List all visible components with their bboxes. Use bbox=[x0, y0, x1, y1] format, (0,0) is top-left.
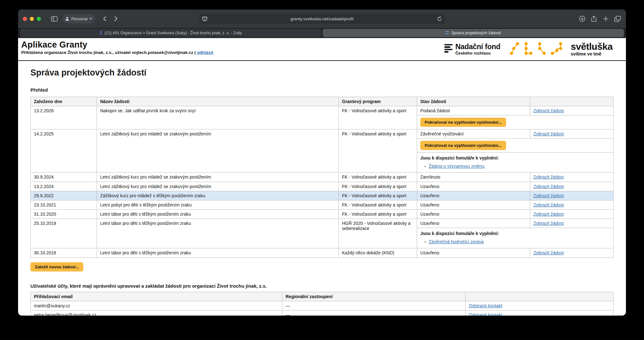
cell-actions: Zobrazit žádost bbox=[530, 173, 614, 182]
view-request-link[interactable]: Zobrazit žádost bbox=[533, 108, 564, 113]
sidebar-toggle-button[interactable] bbox=[48, 14, 60, 23]
overview-header-row: Založeno dne Název žádosti Grantový prog… bbox=[31, 97, 614, 106]
minimize-window-button[interactable] bbox=[30, 17, 34, 21]
site-favicon bbox=[446, 31, 449, 35]
table-row: 30.9.2024 Letní zážitkový kurz pro mláde… bbox=[31, 173, 614, 182]
svetluska-logo: světluška svítíme ve tmě bbox=[509, 41, 613, 57]
view-request-link[interactable]: Zobrazit žádost bbox=[533, 131, 564, 136]
browser-toolbar: Personal granty.svetluska.net/za bbox=[18, 10, 626, 28]
table-row: 30.10.2018 Letní tábor pro děti s těžkým… bbox=[31, 248, 614, 258]
accounts-table: Přihlašovací email Regionální zastoupení… bbox=[30, 292, 614, 316]
profile-menu[interactable]: Personal bbox=[62, 14, 95, 23]
cell-name: Zážitkový kurz pro mládež s těžkým posti… bbox=[97, 191, 339, 200]
zoom-window-button[interactable] bbox=[37, 17, 41, 21]
cell-program: HGŘ 2020 - Volnočasové aktivity a sebere… bbox=[339, 219, 417, 248]
new-tab-button[interactable] bbox=[602, 14, 610, 23]
column-header-email: Přihlašovací email bbox=[31, 292, 282, 301]
cell-actions: Zobrazit žádost bbox=[530, 209, 614, 219]
main-content: Správa projektových žádostí Přehled Zalo… bbox=[18, 61, 626, 316]
cell-actions: Odstranit kontakt bbox=[466, 301, 614, 311]
cell-name: Letní zážitkový kurz pro mládež se zrako… bbox=[97, 173, 339, 182]
cell-email: martin@sukany.cz bbox=[31, 301, 282, 311]
cell-actions: Zobrazit žádost bbox=[530, 182, 614, 191]
tab-sprava-zadosti[interactable]: Správa projektových žádostí bbox=[323, 29, 624, 37]
forms-available-label: Jsou k dispozici fomuláře k vyplnění: bbox=[420, 155, 610, 160]
cell-program: FK - Volnočasové aktivity a sport bbox=[339, 129, 417, 173]
share-button[interactable] bbox=[590, 14, 598, 23]
cell-email: petra.benedikova@zivotjinak.cz bbox=[31, 311, 282, 316]
cell-continue: Pokračovat na vyplňování vyúčtování... bbox=[417, 139, 614, 153]
cell-status: Uzavřeno bbox=[417, 248, 530, 258]
cell-continue: Pokračovat na vyplňování vyúčtování... bbox=[417, 115, 614, 129]
view-request-link[interactable]: Zobrazit žádost bbox=[533, 202, 564, 207]
view-request-link[interactable]: Zobrazit žádost bbox=[533, 193, 564, 198]
app-title: Aplikace Granty bbox=[21, 40, 213, 50]
url-text: granty.svetluska.net/zadatel/profil bbox=[199, 16, 445, 21]
column-header-program: Grantový program bbox=[339, 97, 417, 106]
czech-radio-bars-icon bbox=[444, 43, 453, 53]
cell-program: FK - Volnočasové aktivity a sport bbox=[339, 182, 417, 191]
chevron-left-icon bbox=[103, 16, 106, 21]
chevron-right-icon bbox=[114, 16, 118, 21]
cell-status: Uzavřeno bbox=[417, 219, 530, 228]
back-button[interactable] bbox=[99, 14, 110, 23]
view-request-link[interactable]: Zobrazit žádost bbox=[533, 221, 564, 226]
forward-button[interactable] bbox=[111, 14, 121, 23]
cell-actions: Zobrazit žádost bbox=[530, 219, 614, 228]
login-info-text: Přihlášená organizace Život trochu jinak… bbox=[21, 50, 196, 55]
cell-actions: Zobrazit žádost bbox=[530, 106, 614, 115]
reload-button[interactable] bbox=[437, 16, 442, 23]
view-request-link[interactable]: Zobrazit žádost bbox=[533, 212, 564, 217]
remove-contact-link[interactable]: Odstranit kontakt bbox=[469, 312, 502, 316]
new-request-button[interactable]: Založit novou žádost... bbox=[30, 262, 83, 271]
table-row: martin@sukany.cz — Odstranit kontakt bbox=[31, 301, 614, 311]
cell-date: 30.10.2018 bbox=[31, 248, 97, 258]
downloads-button[interactable] bbox=[578, 14, 586, 23]
login-info: Přihlášená organizace Život trochu jinak… bbox=[21, 50, 213, 55]
nadacni-fond-logo: Nadační fond Českého rozhlasu bbox=[444, 43, 500, 56]
cell-name: Nakopni se: Jak udělat prvník krok za sv… bbox=[97, 106, 339, 129]
logout-link[interactable]: odhlásit bbox=[197, 50, 213, 55]
accounts-header-row: Přihlašovací email Regionální zastoupení bbox=[31, 292, 614, 301]
tab-title: (21) #01 Organizacni > Grant Svetluska (… bbox=[105, 31, 242, 35]
cell-status: Uzavřeno bbox=[417, 209, 530, 219]
close-window-button[interactable] bbox=[23, 17, 27, 21]
continue-billing-button[interactable]: Pokračovat na vyplňování vyúčtování... bbox=[420, 118, 506, 127]
cell-date: 30.9.2024 bbox=[31, 173, 97, 182]
cell-date: 13.2.2026 bbox=[31, 106, 97, 129]
table-row: 31.10.2020 Letní tábor pro děti s těžkým… bbox=[31, 209, 614, 219]
cell-program: FK - Volnočasové aktivity a sport bbox=[339, 191, 417, 200]
tab-bar: Z (21) #01 Organizacni > Grant Svetluska… bbox=[18, 28, 626, 38]
cell-date: 25.10.2019 bbox=[31, 219, 97, 248]
page-title: Správa projektových žádostí bbox=[30, 68, 614, 78]
continue-billing-button[interactable]: Pokračovat na vyplňování vyúčtování... bbox=[420, 141, 506, 150]
profile-label: Personal bbox=[71, 16, 87, 21]
site-header: Aplikace Granty Přihlášená organizace Ži… bbox=[18, 38, 626, 61]
view-request-link[interactable]: Zobrazit žádost bbox=[533, 174, 564, 180]
desktop: Personal granty.svetluska.net/za bbox=[0, 0, 644, 340]
tab-zulip[interactable]: Z (21) #01 Organizacni > Grant Svetluska… bbox=[20, 29, 321, 37]
cell-region: — bbox=[282, 301, 466, 311]
cell-name: Letní zážitkový kurz pro mládež se zrako… bbox=[97, 129, 339, 173]
cell-status: Uzavřeno bbox=[417, 200, 530, 209]
remove-contact-link[interactable]: Odstranit kontakt bbox=[469, 303, 502, 308]
cell-region: — bbox=[282, 311, 466, 316]
accounts-heading: Uživatelské účty, které mají oprávnění u… bbox=[30, 283, 614, 289]
browser-window: Personal granty.svetluska.net/za bbox=[18, 10, 626, 316]
cell-program: FK - Volnočasové aktivity a sport bbox=[339, 106, 417, 129]
column-header-status: Stav žádosti bbox=[417, 97, 530, 106]
form-link[interactable]: Žádost o významnou změnu bbox=[429, 164, 485, 169]
cell-forms: Jsou k dispozici fomuláře k vyplnění: Žá… bbox=[417, 153, 614, 173]
cell-status: Uzavřeno bbox=[417, 191, 530, 200]
form-link[interactable]: Závěrečná hodnotící zpráva bbox=[429, 239, 484, 244]
tab-overview-button[interactable] bbox=[613, 14, 621, 23]
nadacni-fond-subtitle: Českého rozhlasu bbox=[455, 51, 500, 56]
cell-status: Uzavřeno bbox=[417, 182, 530, 191]
person-icon bbox=[65, 16, 69, 21]
address-bar[interactable]: granty.svetluska.net/zadatel/profil bbox=[199, 14, 445, 24]
page-settings-icon[interactable] bbox=[202, 16, 207, 23]
view-request-link[interactable]: Zobrazit žádost bbox=[533, 250, 564, 255]
view-request-link[interactable]: Zobrazit žádost bbox=[533, 184, 564, 189]
cell-date: 29.9.2022 bbox=[31, 191, 97, 200]
cell-forms: Jsou k dispozici fomuláře k vyplnění: Zá… bbox=[417, 228, 614, 248]
